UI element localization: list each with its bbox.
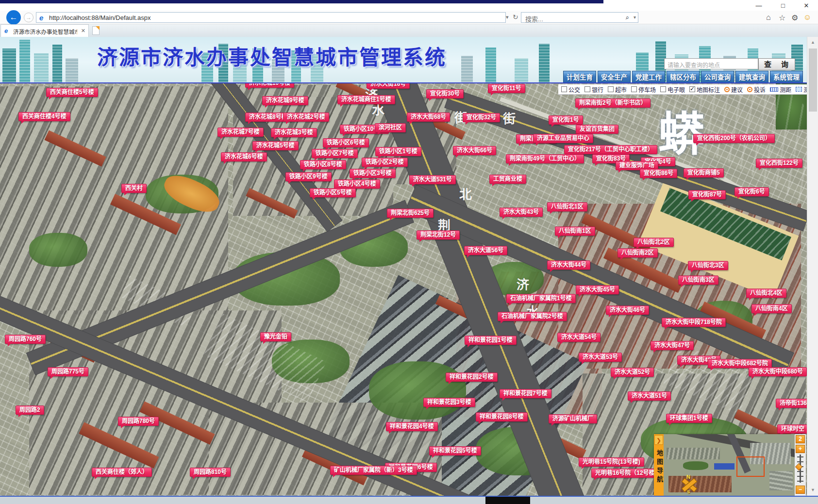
map-label[interactable]: 八仙街南1区 xyxy=(555,227,595,236)
active-tab[interactable]: e 济源市济水办事处智慧城市... ✕ xyxy=(0,24,89,37)
map-label[interactable]: 铁路小区7号楼 xyxy=(312,149,358,158)
minimap-image[interactable]: N S xyxy=(664,434,795,496)
map-label[interactable]: 济水大道51号 xyxy=(628,391,671,401)
map-label[interactable]: 济水大街66号 xyxy=(453,146,496,155)
map-label[interactable]: 荆梁南街49号（工贸中心） xyxy=(506,154,584,163)
minimap-zoom-in-button[interactable]: + xyxy=(796,445,805,453)
map-label[interactable]: 周园路2 xyxy=(16,406,44,415)
map-label[interactable]: 济水大街46号 xyxy=(606,306,649,315)
map-label[interactable]: 铁路小区8号楼 xyxy=(300,160,346,169)
map-label[interactable]: 荆梁北街12号 xyxy=(417,230,460,240)
map-label[interactable]: 宣化西街200号（农机公司） xyxy=(693,134,775,143)
place-search-button[interactable]: 查 询 xyxy=(758,58,795,70)
map-label[interactable]: 八仙街北3区 xyxy=(688,261,728,270)
new-tab-button[interactable] xyxy=(92,26,100,35)
checkbox-icon[interactable] xyxy=(689,86,695,92)
tool-action-建议[interactable]: 建议 xyxy=(724,85,743,94)
search-dropdown-icon[interactable]: ▾ xyxy=(634,15,636,20)
map-label[interactable]: 济水大街44号 xyxy=(547,260,590,270)
close-button[interactable]: ✕ xyxy=(799,1,814,10)
map-label[interactable]: 宣化街1号 xyxy=(549,115,583,125)
map-label[interactable]: 祥和景花园3号楼 xyxy=(423,398,475,407)
map-label[interactable]: 矿山机械厂家属院（新）3号楼 xyxy=(330,466,417,475)
map-label[interactable]: 济水大街47号 xyxy=(651,341,694,350)
map-label[interactable]: 环球时空 xyxy=(777,424,807,434)
layer-checkbox-item[interactable]: 超市 xyxy=(608,85,627,94)
map-label[interactable]: 济水花城7号楼 xyxy=(217,128,264,137)
map-label[interactable]: 宣化街商铺5 xyxy=(684,168,724,178)
map-label[interactable]: 铁路小区1号楼 xyxy=(375,147,421,156)
map-label[interactable]: 济水大街中段680号 xyxy=(749,367,807,376)
map-label[interactable]: 八仙街北4区 xyxy=(746,289,786,298)
map-label[interactable]: 周园路780号 xyxy=(118,417,159,426)
map-label[interactable]: 石油机械厂家属院1号楼 xyxy=(506,294,576,303)
map-label[interactable]: 周园路760号 xyxy=(5,335,46,344)
checkbox-icon[interactable] xyxy=(584,86,590,92)
map-label[interactable]: 祥和景花园8号楼 xyxy=(476,412,528,422)
nav-tab-6[interactable]: 建筑查询 xyxy=(735,71,768,83)
place-search-input[interactable]: 请输入要查询的地点 xyxy=(664,58,758,69)
back-button[interactable]: ← xyxy=(6,10,21,25)
scrollbar-thumb[interactable] xyxy=(809,49,817,112)
map-label[interactable]: 济水大道531号 xyxy=(409,175,456,184)
search-magnifier-icon[interactable]: ⌕ xyxy=(626,14,629,21)
map-label[interactable]: 济水大街43号 xyxy=(500,208,543,217)
map-label[interactable]: 八仙街南2区 xyxy=(618,248,658,258)
map-label[interactable]: 济源矿山机械厂 xyxy=(549,414,597,423)
checkbox-icon[interactable] xyxy=(608,86,614,92)
map-label[interactable]: 豫光金铅 xyxy=(260,332,291,341)
map-label[interactable]: 济水大道53号 xyxy=(579,353,622,362)
home-icon[interactable]: ⌂ xyxy=(766,13,771,22)
layer-checkbox-item[interactable]: 停车场 xyxy=(631,85,656,94)
map-label[interactable]: 宣化街30号 xyxy=(426,89,464,98)
map-label[interactable]: 祥和景花园1号楼 xyxy=(465,336,517,345)
favorites-star-icon[interactable]: ☆ xyxy=(779,13,785,22)
map-label[interactable]: 环球集团1号楼 xyxy=(666,414,712,423)
page-scrollbar[interactable]: ▲ ▼ xyxy=(807,37,818,496)
map-label[interactable]: 济水大街中段718号院 xyxy=(662,318,726,327)
map-label[interactable]: 石油机械厂家属院2号楼 xyxy=(498,312,567,321)
gear-icon[interactable]: ⚙ xyxy=(791,13,798,22)
map-label[interactable]: 西关商住楼5号楼 xyxy=(46,88,98,97)
map-label[interactable]: 宣化街32号 xyxy=(463,113,500,122)
map-label[interactable]: 宣化街6号 xyxy=(735,187,769,196)
checkbox-icon[interactable] xyxy=(561,86,567,92)
map-label[interactable]: 周园路775号 xyxy=(48,367,88,376)
map-label[interactable]: 光明巷15号院(13号楼) xyxy=(579,457,644,467)
tab-close-icon[interactable]: ✕ xyxy=(81,28,85,34)
map-label[interactable]: 济水花城商住1号楼 xyxy=(337,95,395,104)
minimap-zoom-out-button[interactable]: − xyxy=(796,486,805,494)
nav-tab-1[interactable]: 计划生育 xyxy=(563,71,596,83)
url-field[interactable]: e http://localhost:88/Main/Default.aspx xyxy=(36,12,506,23)
url-dropdown-icon[interactable]: ▾ xyxy=(506,14,509,20)
map-label[interactable]: 济水大街68号 xyxy=(407,113,450,122)
map-label[interactable]: 滨河社区 xyxy=(375,123,406,132)
map-label[interactable]: 宣化西街122号 xyxy=(756,159,802,168)
map-label[interactable]: 铁路小区3号楼 xyxy=(350,169,396,178)
map-label[interactable]: 祥和景花园7号楼 xyxy=(500,389,551,398)
smiley-feedback-icon[interactable]: ☺ xyxy=(803,13,811,22)
minimize-button[interactable]: — xyxy=(751,1,766,10)
nav-tab-3[interactable]: 党建工作 xyxy=(632,71,665,83)
map-label[interactable]: 宣化街11号 xyxy=(488,84,525,93)
map-label[interactable]: 济水大道54号 xyxy=(557,333,601,342)
map-label[interactable]: 西关商住楼4号楼 xyxy=(18,112,70,121)
map-label[interactable]: 祥和景花园2号楼 xyxy=(446,373,498,382)
map-label[interactable]: 济水大道56号 xyxy=(464,246,507,255)
map-label[interactable]: 周园路810号 xyxy=(190,468,231,477)
map-label[interactable]: 祥和景花园4号楼 xyxy=(386,422,438,431)
refresh-icon[interactable]: ↻ xyxy=(513,13,518,21)
layer-checkbox-item[interactable]: 银行 xyxy=(584,85,603,94)
checkbox-icon[interactable] xyxy=(631,86,637,92)
map-label[interactable]: 济水大道52号 xyxy=(611,368,654,377)
map-label[interactable]: 铁路小区9号楼 xyxy=(285,172,332,181)
map-label[interactable]: 汤帝街136号 xyxy=(776,399,807,408)
map-label[interactable]: 八仙街南3区 xyxy=(678,276,718,285)
map-label[interactable]: 济水花城10号楼 xyxy=(245,83,294,88)
map-label[interactable]: 济水花城5号楼 xyxy=(252,141,299,150)
map-label[interactable]: 祥和景花园5号楼 xyxy=(429,446,481,455)
map-label[interactable]: 铁路小区4号楼 xyxy=(334,179,380,189)
map-label[interactable]: 济水花城2号楼 xyxy=(283,113,329,122)
map-label[interactable]: 八仙街南4区 xyxy=(751,304,792,313)
map-label[interactable]: 铁路小区5号楼 xyxy=(310,188,356,197)
